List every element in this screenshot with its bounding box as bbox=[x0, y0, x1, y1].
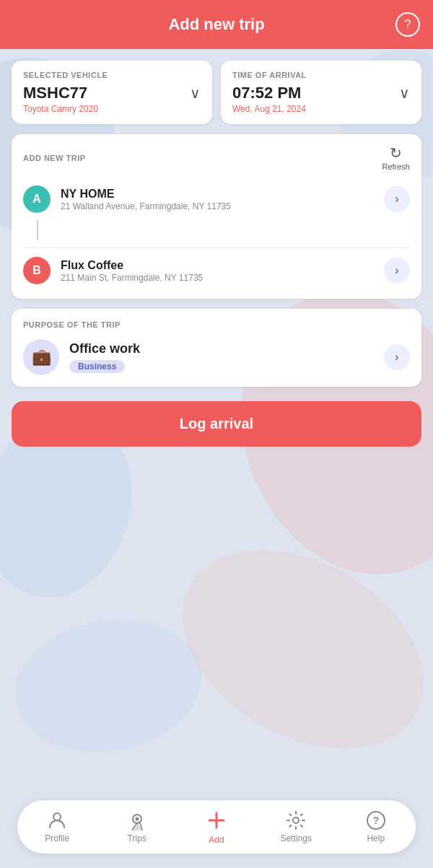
destination-detail-button[interactable]: › bbox=[384, 258, 410, 284]
vehicle-value-row: MSHC77 ∨ bbox=[23, 84, 201, 102]
purpose-content: 💼 Office work Business › bbox=[23, 339, 410, 375]
svg-point-6 bbox=[53, 813, 61, 820]
nav-item-add[interactable]: Add bbox=[195, 809, 238, 845]
purpose-name: Office work bbox=[69, 341, 374, 356]
purpose-text: Office work Business bbox=[69, 341, 374, 373]
nav-label-trips: Trips bbox=[127, 833, 146, 843]
bottom-nav: Profile Trips Add Settings ? Help bbox=[17, 800, 416, 854]
cards-row: SELECTED VEHICLE MSHC77 ∨ Toyota Camry 2… bbox=[12, 61, 421, 124]
route-separator bbox=[23, 247, 410, 248]
nav-label-settings: Settings bbox=[281, 833, 312, 843]
purpose-detail-button[interactable]: › bbox=[384, 344, 410, 370]
nav-item-help[interactable]: ? Help bbox=[354, 810, 398, 843]
svg-point-11 bbox=[293, 817, 299, 823]
page-title: Add new trip bbox=[168, 15, 264, 34]
log-arrival-button[interactable]: Log arrival bbox=[12, 401, 421, 447]
purpose-icon: 💼 bbox=[32, 348, 51, 367]
arrival-chevron-icon: ∨ bbox=[399, 84, 410, 102]
origin-detail-button[interactable]: › bbox=[384, 186, 410, 212]
trip-card-header: ADD NEW TRIP ↻ Refresh bbox=[23, 144, 410, 171]
header: Add new trip ? bbox=[0, 0, 433, 49]
add-icon bbox=[205, 809, 228, 832]
origin-text: NY HOME 21 Walland Avenue, Farmingdale, … bbox=[61, 188, 374, 211]
destination-address: 211 Main St, Farmingdale, NY 11735 bbox=[61, 273, 374, 283]
arrival-card[interactable]: TIME OF ARRIVAL 07:52 PM ∨ Wed, Aug 21, … bbox=[221, 61, 421, 124]
arrival-sub: Wed, Aug 21, 2024 bbox=[232, 104, 410, 114]
nav-item-trips[interactable]: Trips bbox=[115, 810, 159, 843]
main-content: SELECTED VEHICLE MSHC77 ∨ Toyota Camry 2… bbox=[0, 49, 433, 461]
help-nav-icon: ? bbox=[366, 810, 386, 830]
nav-item-settings[interactable]: Settings bbox=[274, 810, 318, 843]
nav-label-help: Help bbox=[367, 833, 385, 843]
destination-circle: B bbox=[23, 257, 51, 284]
origin-item: A NY HOME 21 Walland Avenue, Farmingdale… bbox=[23, 181, 410, 217]
trip-section-label: ADD NEW TRIP bbox=[23, 154, 86, 162]
destination-name: Flux Coffee bbox=[61, 259, 374, 272]
purpose-badge: Business bbox=[69, 360, 125, 373]
purpose-icon-bg: 💼 bbox=[23, 339, 59, 375]
destination-circle-letter: B bbox=[32, 264, 41, 277]
route-connector bbox=[23, 217, 410, 243]
vehicle-sub: Toyota Camry 2020 bbox=[23, 104, 201, 114]
purpose-card[interactable]: PURPOSE OF THE TRIP 💼 Office work Busine… bbox=[12, 309, 421, 387]
profile-icon bbox=[47, 810, 67, 830]
origin-circle-letter: A bbox=[32, 193, 41, 206]
destination-text: Flux Coffee 211 Main St, Farmingdale, NY… bbox=[61, 259, 374, 283]
trip-card: ADD NEW TRIP ↻ Refresh A NY HOME 21 Wall… bbox=[12, 134, 421, 299]
nav-item-profile[interactable]: Profile bbox=[35, 810, 79, 843]
refresh-icon: ↻ bbox=[390, 144, 402, 162]
help-icon: ? bbox=[405, 18, 411, 31]
origin-circle: A bbox=[23, 185, 51, 213]
arrival-value-row: 07:52 PM ∨ bbox=[232, 84, 410, 102]
origin-address: 21 Walland Avenue, Farmingdale, NY 11735 bbox=[61, 201, 374, 211]
svg-point-4 bbox=[147, 509, 433, 789]
vehicle-label: SELECTED VEHICLE bbox=[23, 71, 201, 79]
nav-label-profile: Profile bbox=[45, 833, 69, 843]
nav-label-add: Add bbox=[209, 835, 224, 845]
vehicle-value: MSHC77 bbox=[23, 84, 87, 102]
svg-point-5 bbox=[4, 605, 211, 766]
svg-point-8 bbox=[135, 817, 139, 821]
trips-icon bbox=[127, 810, 147, 830]
help-button[interactable]: ? bbox=[395, 12, 420, 37]
refresh-label: Refresh bbox=[382, 162, 410, 171]
arrival-value: 07:52 PM bbox=[232, 84, 301, 102]
purpose-label: PURPOSE OF THE TRIP bbox=[23, 320, 410, 329]
refresh-button[interactable]: ↻ Refresh bbox=[382, 144, 410, 171]
vehicle-chevron-icon: ∨ bbox=[190, 84, 201, 102]
destination-item: B Flux Coffee 211 Main St, Farmingdale, … bbox=[23, 253, 410, 289]
route-line bbox=[37, 220, 38, 240]
vehicle-card[interactable]: SELECTED VEHICLE MSHC77 ∨ Toyota Camry 2… bbox=[12, 61, 212, 124]
svg-text:?: ? bbox=[372, 815, 379, 826]
settings-icon bbox=[286, 810, 306, 830]
arrival-label: TIME OF ARRIVAL bbox=[232, 71, 410, 79]
origin-name: NY HOME bbox=[61, 188, 374, 201]
